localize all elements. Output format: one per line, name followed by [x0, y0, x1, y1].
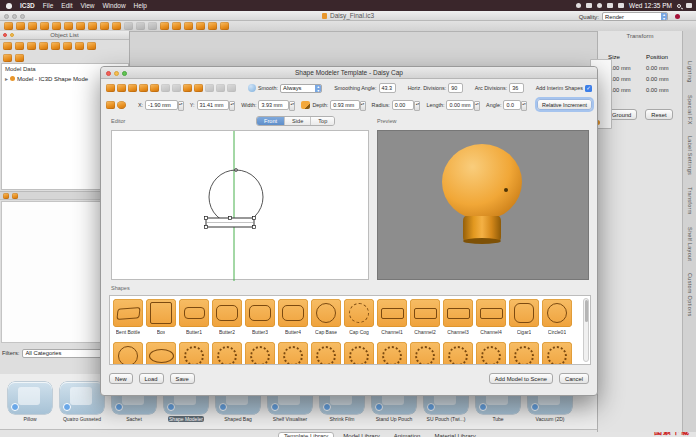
menu-item-edit[interactable]: Edit [61, 2, 72, 9]
shape-flower[interactable] [245, 342, 275, 365]
smoothing-angle-field[interactable]: 43.3 [379, 83, 396, 93]
shape-rrect[interactable]: Butter3 [245, 299, 275, 335]
menu-clock[interactable]: Wed 12:35 PM [629, 2, 672, 9]
dlg-delete-shape[interactable] [194, 84, 203, 92]
tab-material-library[interactable]: Material Library [429, 432, 480, 437]
width-field[interactable]: 3.93 mm▴▾ [258, 100, 289, 110]
reset-button[interactable]: Reset [645, 109, 672, 120]
toolbar-zoom[interactable] [52, 22, 61, 30]
toolbar-open-folder[interactable] [16, 22, 25, 30]
shape-square[interactable]: Box [146, 299, 176, 335]
shape-circle[interactable] [113, 342, 143, 365]
layers-layer-remove[interactable] [12, 193, 18, 199]
position-z[interactable]: 0.00 mm [646, 87, 684, 93]
toolbar-save[interactable] [28, 22, 37, 30]
minimize-icon[interactable] [114, 71, 119, 76]
side-tab-label-settings[interactable]: Label Settings [687, 136, 693, 175]
tab-front[interactable]: Front [257, 117, 285, 125]
size-x[interactable]: 0.00 mm [608, 65, 646, 71]
shape-flower[interactable] [212, 342, 242, 365]
dlg-select-cursor[interactable] [106, 84, 115, 92]
horiz-divisions-field[interactable]: 90 [448, 83, 462, 93]
smooth-select[interactable]: Always▴▾ [280, 84, 322, 93]
shape-rect[interactable]: Channel4 [476, 299, 506, 335]
dlg-add-shape[interactable] [183, 84, 192, 92]
side-tab-special-fx[interactable]: Special FX [687, 95, 693, 125]
tab-side[interactable]: Side [285, 117, 311, 125]
position-x[interactable]: 0.00 mm [646, 65, 684, 71]
shapes-scrollbar[interactable] [583, 298, 589, 362]
side-tab-custom-options[interactable]: Custom Options [687, 273, 693, 317]
menu-item-file[interactable]: File [43, 2, 53, 9]
tab-template-library[interactable]: Template Library [278, 432, 334, 437]
menu-item-window[interactable]: Window [102, 2, 125, 9]
shape-rrect-big[interactable]: Cigar1 [509, 299, 539, 335]
move-icon[interactable] [117, 101, 126, 109]
objectlist-duplicate[interactable] [51, 42, 60, 50]
tab-top[interactable]: Top [311, 117, 334, 125]
layers-layer-add[interactable] [3, 193, 9, 199]
add-model-to-scene-button[interactable]: Add Model to Scene [489, 373, 553, 384]
objectlist-export[interactable] [15, 42, 24, 50]
dlg-redo[interactable] [172, 84, 181, 92]
arc-divisions-field[interactable]: 36 [509, 83, 523, 93]
shape-flower[interactable] [476, 342, 506, 365]
bluetooth-icon[interactable] [597, 3, 602, 8]
relative-increment-button[interactable]: Relative Increment [537, 99, 592, 110]
toolbar-orbit[interactable] [64, 22, 73, 30]
shape-flower[interactable] [311, 342, 341, 365]
tab-animation[interactable]: Animation [389, 432, 426, 437]
display-icon[interactable] [586, 3, 592, 8]
dlg-pen[interactable] [227, 84, 236, 92]
tab-model-library[interactable]: Model Library [338, 432, 384, 437]
wifi-icon[interactable] [607, 3, 613, 8]
toolbar-hand[interactable] [172, 22, 181, 30]
smooth-mode-icon[interactable] [248, 84, 256, 92]
objectlist-folder-open[interactable] [3, 54, 12, 62]
disclosure-icon[interactable]: ▸ [5, 75, 8, 82]
objectlist-move-down[interactable] [87, 42, 96, 50]
x-field[interactable]: -1.90 mm▴▾ [145, 100, 178, 110]
spotlight-icon[interactable] [677, 4, 681, 8]
side-tab-transform[interactable]: Transform [687, 187, 693, 215]
template-thumbnail[interactable] [8, 382, 52, 414]
toolbar-camera[interactable] [196, 22, 205, 30]
shape-rect[interactable]: Channel2 [410, 299, 440, 335]
new-button[interactable]: New [109, 373, 133, 384]
side-tab-lighting[interactable]: Lighting [687, 61, 693, 83]
close-icon[interactable] [106, 71, 111, 76]
toolbar-select-cursor[interactable] [40, 22, 49, 30]
objectlist-ungroup[interactable] [39, 42, 48, 50]
shape-flower[interactable] [179, 342, 209, 365]
toolbar-mirror[interactable] [100, 22, 109, 30]
shape-bent[interactable]: Bent Bottle [113, 299, 143, 335]
zoom-window-icon[interactable] [20, 14, 25, 19]
dlg-zoom-in[interactable] [117, 84, 126, 92]
shape-flower[interactable] [344, 342, 374, 365]
shape-fill-icon[interactable] [106, 101, 115, 109]
objectlist-delete[interactable] [63, 42, 72, 50]
side-tab-shelf-layout[interactable]: Shelf Layout [687, 227, 693, 261]
menu-item-view[interactable]: View [81, 2, 95, 9]
battery-icon[interactable] [618, 3, 624, 8]
dlg-group[interactable] [205, 84, 214, 92]
toolbar-distribute[interactable] [136, 22, 145, 30]
shape-rect[interactable]: Channel3 [443, 299, 473, 335]
toolbar-material[interactable] [184, 22, 193, 30]
control-center-icon[interactable] [686, 3, 692, 8]
minimize-icon[interactable] [12, 14, 17, 19]
shape-ellipse[interactable] [146, 342, 176, 365]
apple-menu-icon[interactable] [6, 3, 12, 9]
y-field[interactable]: 31.41 mm▴▾ [197, 100, 230, 110]
toolbar-text[interactable] [160, 22, 169, 30]
template-thumbnail[interactable] [60, 382, 104, 414]
shape-rrect[interactable]: Butter4 [278, 299, 308, 335]
dlg-fit-view[interactable] [150, 84, 159, 92]
toolbar-align[interactable] [124, 22, 133, 30]
depth-field[interactable]: 0.93 mm▴▾ [330, 100, 359, 110]
keyboard-icon[interactable] [576, 3, 581, 8]
toolbar-forward-arrow[interactable] [220, 22, 229, 30]
shape-circle[interactable]: Cap Base [311, 299, 341, 335]
toolbar-scale[interactable] [88, 22, 97, 30]
filters-select[interactable]: All Categories▴▾ [22, 349, 108, 358]
